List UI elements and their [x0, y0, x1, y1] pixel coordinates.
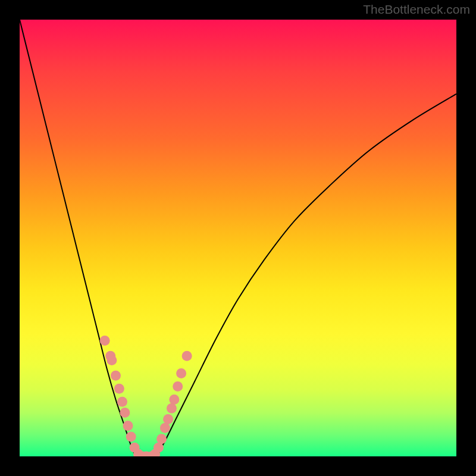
data-point — [117, 397, 127, 407]
data-point — [120, 408, 130, 418]
data-point — [167, 403, 177, 414]
data-point — [173, 381, 183, 392]
data-point — [111, 371, 121, 381]
watermark-text: TheBottleneck.com — [363, 2, 470, 17]
data-point — [107, 355, 117, 365]
data-point — [182, 351, 192, 361]
data-point — [123, 421, 133, 431]
chart-svg — [20, 20, 456, 456]
points-group — [100, 336, 192, 456]
series-group — [20, 20, 456, 456]
data-point — [160, 423, 170, 433]
bottleneck-curve — [20, 20, 456, 456]
data-point — [154, 443, 164, 453]
data-point — [126, 431, 136, 441]
data-point — [169, 394, 179, 405]
chart-container: TheBottleneck.com — [0, 0, 476, 476]
data-point — [100, 336, 110, 346]
data-point — [176, 368, 186, 378]
data-point — [114, 384, 124, 394]
data-point — [163, 414, 173, 424]
plot-area — [20, 20, 456, 456]
data-point — [156, 434, 167, 444]
